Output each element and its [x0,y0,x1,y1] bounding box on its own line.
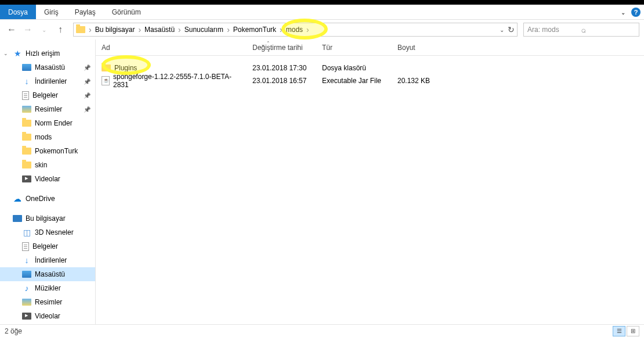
search-icon[interactable] [581,25,635,34]
sidebar-item-masaüstü[interactable]: Masaüstü [0,60,95,74]
doc-icon [22,242,29,251]
sidebar-item-label: skin [35,161,47,169]
tab-share[interactable]: Paylaş [67,5,104,19]
video-icon [22,313,31,320]
sidebar-item-masaüstü[interactable]: Masaüstü [0,267,95,281]
chevron-icon[interactable] [278,25,284,34]
sidebar-item-videolar[interactable]: Videolar [0,172,95,186]
sidebar-item-label: 3D Nesneler [35,228,74,236]
back-button[interactable] [5,23,19,37]
sidebar-label: Bu bilgisayar [26,214,66,223]
address-dropdown-icon[interactable] [500,26,504,34]
navigation-bar: Bu bilgisayar Masaüstü Sunucularım Pokem… [0,20,644,40]
chevron-icon[interactable] [305,25,310,34]
sidebar-item-pokemonturk[interactable]: PokemonTurk [0,144,95,158]
refresh-icon[interactable] [508,25,515,34]
sort-indicator-icon [267,41,270,46]
pic-icon [22,299,31,306]
sidebar-item-i̇ndirilenler[interactable]: İndirilenler [0,74,95,88]
file-type: Dosya klasörü [317,62,393,74]
breadcrumb-item[interactable]: Sunucularım [182,23,226,36]
pin-icon [84,106,91,113]
file-size: 20.132 KB [393,74,451,87]
forward-button[interactable] [21,23,35,37]
view-icons-button[interactable]: ⊞ [627,326,639,336]
tab-view[interactable]: Görünüm [104,5,149,19]
chevron-icon[interactable] [226,25,231,34]
breadcrumb-item[interactable]: PokemonTurk [231,23,278,36]
sidebar-label: OneDrive [26,195,55,203]
sidebar-item-label: Belgeler [32,242,58,250]
star-icon [13,49,22,58]
sidebar-item-label: İndirilenler [35,77,67,85]
file-type: Executable Jar File [317,74,393,87]
sidebar-item-label: mods [35,133,52,141]
sidebar-onedrive[interactable]: OneDrive [0,192,95,206]
collapse-icon[interactable]: ⌄ [3,51,8,56]
sidebar-item-label: Müzikler [35,284,61,292]
sidebar-item-label: Belgeler [32,91,58,99]
video-icon [22,175,31,182]
sidebar-item-label: Resimler [35,298,62,306]
column-name[interactable]: Ad [96,40,248,55]
column-size[interactable]: Boyut [393,40,451,55]
file-name: Plugins [114,64,137,72]
folder-icon [102,64,111,71]
chevron-icon[interactable] [88,25,93,34]
breadcrumb-item[interactable]: Masaüstü [142,23,177,36]
folder-icon [22,148,31,155]
ribbon-tabs: Dosya Giriş Paylaş Görünüm ? [0,5,644,20]
download-icon [22,256,31,265]
sidebar-item-i̇ndirilenler[interactable]: İndirilenler [0,253,95,267]
3d-icon [22,228,31,237]
sidebar-item-label: Resimler [35,105,62,113]
sidebar-item-label: Videolar [35,312,60,320]
up-button[interactable] [53,23,67,37]
sidebar-item-müzikler[interactable]: Müzikler [0,281,95,295]
item-count: 2 öğe [5,327,22,335]
ribbon-expand-icon[interactable] [621,8,625,16]
column-date[interactable]: Değiştirme tarihi [248,40,317,55]
sidebar-item-resimler[interactable]: Resimler [0,295,95,309]
tab-file[interactable]: Dosya [0,5,36,19]
desktop-icon [22,271,31,278]
chevron-icon[interactable] [177,25,182,34]
pin-icon [84,92,91,99]
chevron-icon[interactable] [137,25,142,34]
sidebar-label: Hızlı erişim [26,49,60,58]
file-row[interactable]: spongeforge-1.12.2-2555-7.1.0-BETA-28312… [96,74,644,87]
column-type[interactable]: Tür [317,40,393,55]
help-icon[interactable]: ? [631,8,641,17]
sidebar-item-label: Masaüstü [35,270,65,278]
file-size [393,62,451,74]
file-date: 23.01.2018 17:30 [248,62,317,74]
breadcrumb-item[interactable]: mods [284,23,305,36]
sidebar-quick-access[interactable]: ⌄ Hızlı erişim [0,46,95,60]
jar-icon [102,76,110,85]
sidebar-item-videolar[interactable]: Videolar [0,309,95,323]
tab-home[interactable]: Giriş [36,5,67,19]
pin-icon [84,64,91,71]
sidebar-item-skin[interactable]: skin [0,158,95,172]
address-bar[interactable]: Bu bilgisayar Masaüstü Sunucularım Pokem… [73,23,518,37]
breadcrumb-item[interactable]: Bu bilgisayar [93,23,138,36]
history-dropdown-icon[interactable] [37,23,51,37]
download-icon [22,77,31,86]
folder-icon [22,134,31,141]
doc-icon [22,91,29,100]
sidebar-item-label: Videolar [35,175,60,183]
sidebar-item-mods[interactable]: mods [0,130,95,144]
sidebar-item-resimler[interactable]: Resimler [0,102,95,116]
view-details-button[interactable]: ☰ [613,326,625,336]
folder-icon [22,162,31,168]
sidebar-item-label: İndirilenler [35,256,67,264]
pin-icon [84,78,91,85]
search-input[interactable]: Ara: mods [523,23,639,37]
column-headers: Ad Değiştirme tarihi Tür Boyut [96,40,644,56]
sidebar-item-norm-ender[interactable]: Norm Ender [0,116,95,130]
sidebar-this-pc[interactable]: Bu bilgisayar [0,211,95,225]
sidebar-item-3d-nesneler[interactable]: 3D Nesneler [0,225,95,239]
sidebar-item-belgeler[interactable]: Belgeler [0,88,95,102]
sidebar-item-belgeler[interactable]: Belgeler [0,239,95,253]
status-bar: 2 öğe ☰ ⊞ [0,324,644,337]
